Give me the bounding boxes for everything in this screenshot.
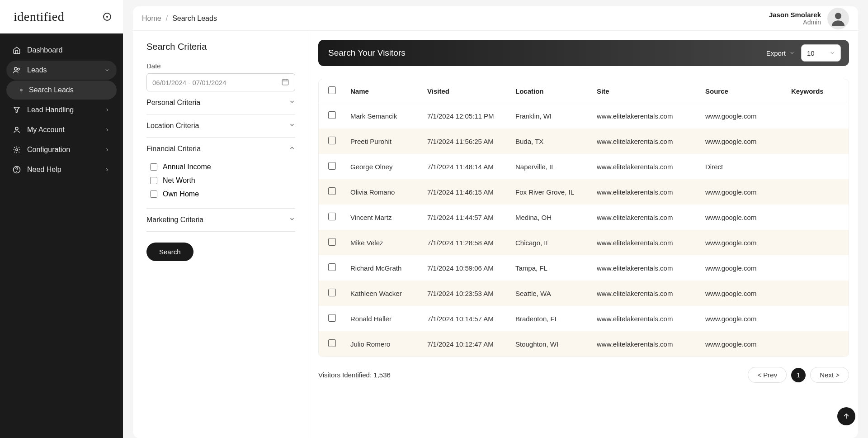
search-button[interactable]: Search [146,243,193,261]
checkbox-net-worth[interactable]: Net Worth [150,174,295,187]
prev-button[interactable]: < Prev [748,367,787,383]
gear-icon [13,146,21,154]
row-checkbox[interactable] [328,137,336,144]
sidebar-item-label: Leads [27,66,104,74]
col-location[interactable]: Location [510,79,591,103]
cell-site: www.elitelakerentals.com [591,230,700,255]
checkbox-input[interactable] [150,190,157,198]
export-button[interactable]: Export [766,49,795,57]
accordion-body-financial: Annual Income Net Worth Own Home [146,160,295,208]
col-name[interactable]: Name [345,79,422,103]
sidebar-item-label: Configuration [27,146,104,154]
cell-name: Kathleen Wacker [345,281,422,306]
cell-site: www.elitelakerentals.com [591,154,700,179]
table-row[interactable]: Julio Romero 7/1/2024 10:12:47 AM Stough… [319,331,849,357]
date-range-input[interactable]: 06/01/2024 - 07/01/2024 [146,73,295,91]
chevron-down-icon [830,49,835,57]
cell-source: www.google.com [700,205,786,230]
cell-location: Buda, TX [510,129,591,154]
accordion-header-financial[interactable]: Financial Criteria [146,138,295,160]
cell-location: Chicago, IL [510,230,591,255]
accordion-label: Location Criteria [146,122,199,130]
main: Home / Search Leads Jason Smolarek Admin… [123,0,868,438]
cell-visited: 7/1/2024 11:28:58 AM [422,230,510,255]
cell-source: www.google.com [700,129,786,154]
select-all-checkbox[interactable] [328,86,336,94]
row-checkbox[interactable] [328,162,336,170]
home-icon [13,46,21,54]
user-block[interactable]: Jason Smolarek Admin [769,8,849,29]
table-row[interactable]: Olivia Romano 7/1/2024 11:46:15 AM Fox R… [319,179,849,205]
table-row[interactable]: Vincent Martz 7/1/2024 11:44:57 AM Medin… [319,205,849,230]
row-checkbox[interactable] [328,339,336,347]
sidebar-item-search-leads[interactable]: Search Leads [6,81,117,100]
accordion-header-location[interactable]: Location Criteria [146,114,295,137]
accordion-header-marketing[interactable]: Marketing Criteria [146,209,295,231]
breadcrumb-separator: / [166,14,168,23]
collapse-sidebar-icon[interactable] [103,13,111,21]
cell-site: www.elitelakerentals.com [591,306,700,331]
row-checkbox[interactable] [328,314,336,322]
chevron-right-icon [104,167,110,173]
col-source[interactable]: Source [700,79,786,103]
checkbox-own-home[interactable]: Own Home [150,187,295,201]
checkbox-input[interactable] [150,163,157,171]
chevron-down-icon [289,122,295,130]
date-value: 06/01/2024 - 07/01/2024 [152,79,226,86]
bullet-icon [20,89,23,91]
chevron-down-icon [104,67,110,73]
page-number[interactable]: 1 [791,368,806,382]
table-row[interactable]: Richard McGrath 7/1/2024 10:59:06 AM Tam… [319,255,849,281]
accordion-header-personal[interactable]: Personal Criteria [146,91,295,114]
visitors-count: Visitors Identified: 1,536 [318,371,391,379]
checkbox-annual-income[interactable]: Annual Income [150,160,295,174]
sidebar-item-lead-handling[interactable]: Lead Handling [6,100,117,119]
table-row[interactable]: Preeti Purohit 7/1/2024 11:56:25 AM Buda… [319,129,849,154]
chevron-down-icon [789,49,795,57]
cell-location: Medina, OH [510,205,591,230]
sidebar-item-label: Lead Handling [27,106,104,114]
results-title: Search Your Visitors [328,48,406,58]
cell-visited: 7/1/2024 10:14:57 AM [422,306,510,331]
sidebar-item-dashboard[interactable]: Dashboard [6,41,117,60]
filter-icon [13,106,21,114]
scroll-top-button[interactable] [837,407,855,425]
cell-location: Stoughton, WI [510,331,591,357]
row-checkbox[interactable] [328,238,336,246]
cell-name: Ronald Haller [345,306,422,331]
cell-location: Bradenton, FL [510,306,591,331]
chevron-right-icon [104,107,110,113]
chevron-down-icon [289,216,295,224]
row-checkbox[interactable] [328,289,336,296]
col-site[interactable]: Site [591,79,700,103]
table-row[interactable]: Kathleen Wacker 7/1/2024 10:23:53 AM Sea… [319,281,849,306]
checkbox-label: Annual Income [163,163,211,171]
col-visited[interactable]: Visited [422,79,510,103]
user-icon [13,126,21,134]
cell-name: Preeti Purohit [345,129,422,154]
table-row[interactable]: Mike Velez 7/1/2024 11:28:58 AM Chicago,… [319,230,849,255]
col-keywords[interactable]: Keywords [786,79,849,103]
cell-name: Mark Semancik [345,103,422,129]
sidebar-item-leads[interactable]: Leads [6,61,117,80]
results-header: Search Your Visitors Export 10 [318,40,849,66]
row-checkbox[interactable] [328,111,336,119]
chevron-right-icon [104,127,110,133]
table-row[interactable]: George Olney 7/1/2024 11:48:14 AM Naperv… [319,154,849,179]
row-checkbox[interactable] [328,187,336,195]
page-size-select[interactable]: 10 [801,44,841,62]
avatar[interactable] [827,8,849,29]
table-row[interactable]: Ronald Haller 7/1/2024 10:14:57 AM Brade… [319,306,849,331]
breadcrumb-home[interactable]: Home [142,14,161,23]
checkbox-input[interactable] [150,177,157,184]
sidebar-item-need-help[interactable]: Need Help [6,160,117,179]
cell-visited: 7/1/2024 10:12:47 AM [422,331,510,357]
table-row[interactable]: Mark Semancik 7/1/2024 12:05:11 PM Frank… [319,103,849,129]
sidebar-item-configuration[interactable]: Configuration [6,140,117,159]
next-button[interactable]: Next > [810,367,849,383]
row-checkbox[interactable] [328,213,336,220]
row-checkbox[interactable] [328,263,336,271]
svg-point-1 [18,68,20,71]
cell-source: www.google.com [700,230,786,255]
sidebar-item-my-account[interactable]: My Account [6,120,117,139]
